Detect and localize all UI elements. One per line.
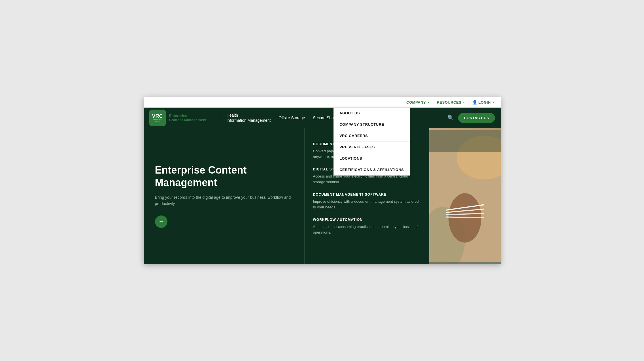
search-icon: 🔍 bbox=[447, 115, 454, 121]
search-button[interactable]: 🔍 bbox=[447, 115, 454, 121]
contact-us-button[interactable]: CONTACT US bbox=[458, 113, 495, 123]
brand-text: Enterprise Content Management bbox=[169, 114, 207, 122]
hero-cta-button[interactable]: → bbox=[155, 215, 167, 228]
dropdown-item-press[interactable]: PRESS RELEASES bbox=[334, 142, 409, 153]
hero-description: Bring your records into the digital age … bbox=[155, 194, 293, 207]
logo-subtitle: Vital RecordsControl bbox=[153, 119, 162, 122]
company-label: COMPANY bbox=[406, 100, 426, 104]
feature-desc-doc-management: Improve efficiency with a document manag… bbox=[313, 199, 421, 210]
company-nav-item[interactable]: COMPANY ▼ bbox=[406, 100, 430, 104]
user-icon: 👤 bbox=[472, 100, 477, 104]
company-dropdown: ABOUT US COMPANY STRUCTURE VRC CAREERS P… bbox=[333, 107, 410, 176]
brand-line1: Enterprise bbox=[169, 114, 207, 118]
dropdown-item-careers[interactable]: VRC CAREERS bbox=[334, 130, 409, 142]
dropdown-item-structure[interactable]: COMPANY STRUCTURE bbox=[334, 119, 409, 130]
arrow-right-icon: → bbox=[159, 219, 164, 225]
logo-vrc-text: VRC bbox=[152, 114, 163, 119]
login-nav-item[interactable]: 👤 LOGIN ▼ bbox=[472, 100, 495, 104]
hero-image bbox=[429, 128, 501, 264]
logo-box[interactable]: VRC Vital RecordsControl bbox=[149, 110, 166, 126]
dropdown-item-locations[interactable]: LOCATIONS bbox=[334, 153, 409, 164]
feature-desc-workflow: Automate time-consuming practices to str… bbox=[313, 224, 421, 235]
dropdown-item-about[interactable]: ABOUT US bbox=[334, 108, 409, 119]
login-caret: ▼ bbox=[492, 101, 495, 104]
company-caret: ▼ bbox=[427, 101, 430, 104]
feature-doc-management: DOCUMENT MANAGEMENT SOFTWARE Improve eff… bbox=[313, 193, 421, 210]
feature-title-workflow: WORKFLOW AUTOMATION bbox=[313, 218, 421, 222]
hero-photo bbox=[429, 128, 501, 264]
login-label: LOGIN bbox=[478, 100, 491, 104]
resources-caret: ▼ bbox=[463, 101, 466, 104]
feature-workflow: WORKFLOW AUTOMATION Automate time-consum… bbox=[313, 218, 421, 235]
brand-line2: Content Management bbox=[169, 118, 207, 122]
nav-divider bbox=[221, 112, 221, 123]
dropdown-item-certifications[interactable]: CERTIFICATIONS & AFFILIATIONS bbox=[334, 164, 409, 175]
browser-window: COMPANY ▼ RESOURCES ▼ 👤 LOGIN ▼ ABOUT US… bbox=[144, 97, 501, 264]
resources-nav-item[interactable]: RESOURCES ▼ bbox=[437, 100, 466, 104]
feature-title-doc-management: DOCUMENT MANAGEMENT SOFTWARE bbox=[313, 193, 421, 196]
hero-title: Enterprise Content Management bbox=[155, 164, 293, 188]
hero-illustration bbox=[429, 128, 501, 264]
svg-rect-8 bbox=[429, 130, 501, 152]
top-bar: COMPANY ▼ RESOURCES ▼ 👤 LOGIN ▼ ABOUT US… bbox=[144, 97, 501, 108]
nav-right: 🔍 CONTACT US bbox=[447, 113, 495, 123]
nav-item-health-info[interactable]: HealthInformation Management bbox=[227, 113, 271, 123]
main-nav: VRC Vital RecordsControl Enterprise Cont… bbox=[144, 108, 501, 128]
resources-label: RESOURCES bbox=[437, 100, 462, 104]
hero-left: Enterprise Content Management Bring your… bbox=[144, 128, 304, 264]
nav-item-offsite[interactable]: Offsite Storage bbox=[279, 116, 305, 120]
hero-section: Enterprise Content Management Bring your… bbox=[144, 128, 501, 264]
logo-area: VRC Vital RecordsControl Enterprise Cont… bbox=[149, 110, 207, 126]
